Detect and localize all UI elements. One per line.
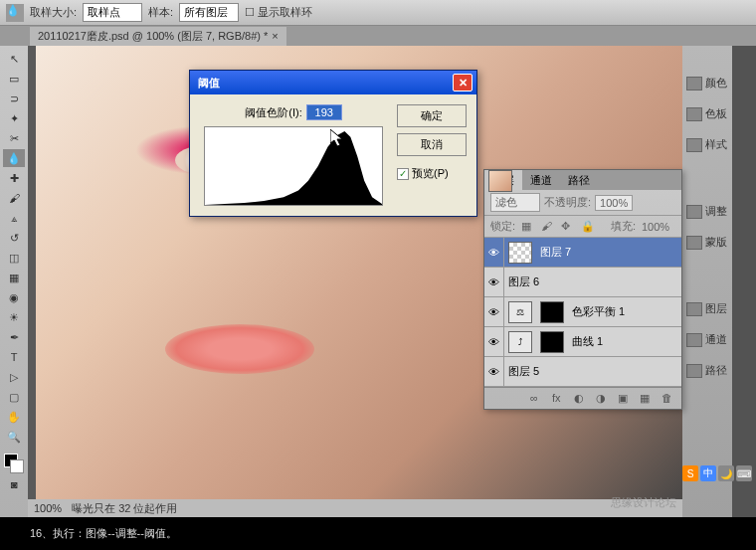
tab-channels[interactable]: 通道 bbox=[522, 170, 560, 190]
photoshop-app: 💧 取样大小: 取样点 样本: 所有图层 ☐ 显示取样环 20110217磨皮.… bbox=[0, 0, 756, 517]
lock-all-icon[interactable]: 🔒 bbox=[581, 220, 595, 234]
panel-styles[interactable]: 样式 bbox=[686, 137, 727, 152]
options-bar: 💧 取样大小: 取样点 样本: 所有图层 ☐ 显示取样环 bbox=[0, 0, 756, 26]
lock-move-icon[interactable]: ✥ bbox=[561, 220, 575, 234]
blur-tool[interactable]: ◉ bbox=[3, 288, 25, 306]
zoom-tool[interactable]: 🔍 bbox=[3, 428, 25, 446]
panel-adjust[interactable]: 调整 bbox=[686, 204, 727, 219]
channels-icon bbox=[686, 333, 702, 347]
panel-paths[interactable]: 路径 bbox=[686, 363, 727, 378]
trash-icon[interactable]: 🗑 bbox=[662, 392, 675, 406]
lock-paint-icon[interactable]: 🖌 bbox=[541, 220, 555, 234]
close-icon[interactable]: ✕ bbox=[453, 74, 472, 92]
layer-row[interactable]: 👁⚖色彩平衡 1 bbox=[484, 297, 681, 327]
swatches-icon bbox=[686, 107, 702, 121]
layer-row[interactable]: 👁⤴曲线 1 bbox=[484, 327, 681, 357]
gradient-tool[interactable]: ▦ bbox=[3, 269, 25, 286]
visibility-icon[interactable]: 👁 bbox=[484, 297, 504, 326]
fill-input[interactable]: 100% bbox=[642, 221, 675, 233]
lock-transparent-icon[interactable]: ▦ bbox=[521, 220, 535, 234]
threshold-level-input[interactable] bbox=[306, 104, 342, 120]
move-tool[interactable]: ↖ bbox=[3, 50, 25, 68]
svg-marker-0 bbox=[205, 131, 382, 205]
show-ring-checkbox[interactable]: ☐ 显示取样环 bbox=[245, 5, 312, 20]
threshold-level-label: 阈值色阶(I): bbox=[245, 105, 301, 120]
quickmask-tool[interactable]: ◙ bbox=[3, 475, 25, 493]
tray-icon-3[interactable]: 🌙 bbox=[718, 465, 734, 481]
panel-channels[interactable]: 通道 bbox=[686, 332, 727, 347]
adjust-icon bbox=[686, 205, 702, 219]
eraser-tool[interactable]: ◫ bbox=[3, 249, 25, 267]
tray-icon-1[interactable]: S bbox=[682, 465, 698, 481]
tools-panel: ↖ ▭ ⊃ ✦ ✂ 💧 ✚ 🖌 ⟁ ↺ ◫ ▦ ◉ ☀ ✒ T ▷ ▢ ✋ 🔍 … bbox=[0, 46, 28, 517]
right-dock: 颜色 色板 样式 调整 蒙版 图层 通道 路径 bbox=[682, 46, 756, 517]
type-tool[interactable]: T bbox=[3, 348, 25, 366]
visibility-icon[interactable]: 👁 bbox=[484, 357, 504, 386]
sample-size-select[interactable]: 取样点 bbox=[83, 3, 142, 22]
threshold-dialog: 阈值 ✕ 阈值色阶(I): 确定 取消 ✓ 预览(P bbox=[189, 70, 477, 217]
layer-name: 图层 7 bbox=[536, 245, 681, 260]
panel-masks[interactable]: 蒙版 bbox=[686, 235, 727, 250]
tray-icon-2[interactable]: 中 bbox=[700, 465, 716, 481]
eyedropper-tool[interactable]: 💧 bbox=[3, 149, 25, 167]
fx-icon[interactable]: fx bbox=[552, 392, 566, 406]
panel-swatches[interactable]: 色板 bbox=[686, 106, 727, 121]
marquee-tool[interactable]: ▭ bbox=[3, 70, 25, 88]
tab-paths[interactable]: 路径 bbox=[560, 170, 598, 190]
new-layer-icon[interactable]: ▦ bbox=[640, 392, 654, 406]
layer-thumb bbox=[508, 242, 532, 264]
visibility-icon[interactable]: 👁 bbox=[484, 268, 504, 296]
link-icon[interactable]: ∞ bbox=[530, 392, 544, 406]
panel-layers[interactable]: 图层 bbox=[686, 301, 727, 316]
layer-name: 图层 6 bbox=[504, 275, 681, 289]
system-tray: S 中 🌙 ⌨ bbox=[682, 465, 752, 481]
ok-button[interactable]: 确定 bbox=[397, 104, 467, 127]
layers-icon bbox=[686, 302, 702, 316]
cancel-button[interactable]: 取消 bbox=[397, 133, 467, 156]
group-icon[interactable]: ▣ bbox=[618, 392, 632, 406]
footer-brand: 思缘设计论坛 bbox=[611, 495, 676, 510]
stamp-tool[interactable]: ⟁ bbox=[3, 209, 25, 227]
blend-mode-select[interactable]: 滤色 bbox=[490, 193, 540, 212]
shape-tool[interactable]: ▢ bbox=[3, 388, 25, 406]
crop-tool[interactable]: ✂ bbox=[3, 129, 25, 147]
masks-icon bbox=[686, 236, 702, 250]
adjustment-icon[interactable]: ◑ bbox=[596, 392, 610, 406]
close-icon[interactable]: × bbox=[272, 30, 278, 42]
zoom-level[interactable]: 100% bbox=[34, 502, 62, 514]
color-swatch[interactable] bbox=[4, 454, 24, 473]
wand-tool[interactable]: ✦ bbox=[3, 109, 25, 127]
history-brush-tool[interactable]: ↺ bbox=[3, 229, 25, 247]
brush-tool[interactable]: 🖌 bbox=[3, 189, 25, 207]
path-tool[interactable]: ▷ bbox=[3, 368, 25, 386]
status-info: 曝光只在 32 位起作用 bbox=[72, 501, 177, 516]
paths-icon bbox=[686, 364, 702, 378]
histogram[interactable] bbox=[204, 126, 383, 206]
preview-checkbox[interactable]: ✓ 预览(P) bbox=[397, 166, 467, 181]
mask-icon[interactable]: ◐ bbox=[574, 392, 588, 406]
visibility-icon[interactable]: 👁 bbox=[484, 327, 504, 356]
layer-thumb: ⚖ bbox=[508, 301, 532, 323]
layers-panel: 图层 通道 路径 滤色 不透明度: 100% 锁定: ▦ 🖌 ✥ 🔒 填充: 1… bbox=[483, 169, 682, 410]
panel-color[interactable]: 颜色 bbox=[686, 76, 727, 91]
sample-size-label: 取样大小: bbox=[30, 5, 77, 20]
layer-name: 色彩平衡 1 bbox=[568, 304, 681, 319]
document-tab[interactable]: 20110217磨皮.psd @ 100% (图层 7, RGB/8#) * × bbox=[30, 27, 286, 46]
sample-select[interactable]: 所有图层 bbox=[179, 3, 239, 22]
layer-row[interactable]: 👁图层 6 bbox=[484, 268, 681, 297]
collapsed-panels: 颜色 色板 样式 调整 蒙版 图层 通道 路径 bbox=[682, 46, 732, 517]
hand-tool[interactable]: ✋ bbox=[3, 408, 25, 426]
layer-row[interactable]: 👁图层 5 bbox=[484, 357, 681, 387]
visibility-icon[interactable]: 👁 bbox=[484, 238, 504, 267]
tray-icon-4[interactable]: ⌨ bbox=[736, 465, 752, 481]
styles-icon bbox=[686, 138, 702, 152]
lock-label: 锁定: bbox=[490, 219, 515, 234]
dialog-titlebar[interactable]: 阈值 ✕ bbox=[190, 71, 476, 94]
pen-tool[interactable]: ✒ bbox=[3, 328, 25, 346]
lasso-tool[interactable]: ⊃ bbox=[3, 90, 25, 107]
dialog-title: 阈值 bbox=[198, 76, 220, 91]
dodge-tool[interactable]: ☀ bbox=[3, 308, 25, 326]
layer-row[interactable]: 👁图层 7 bbox=[484, 238, 681, 268]
opacity-input[interactable]: 100% bbox=[595, 195, 633, 211]
heal-tool[interactable]: ✚ bbox=[3, 169, 25, 187]
